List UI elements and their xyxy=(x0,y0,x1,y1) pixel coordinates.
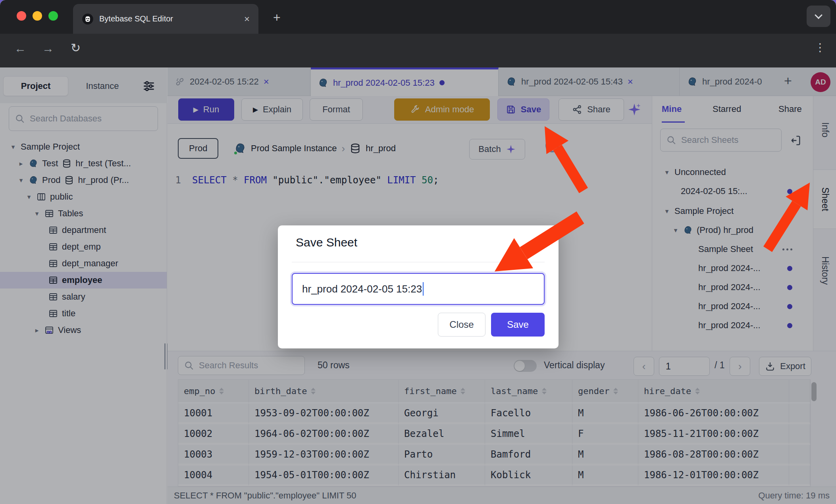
browser-menu-icon[interactable]: ⋮ xyxy=(815,41,826,54)
modal-save-button[interactable]: Save xyxy=(491,313,545,337)
modal-close-icon[interactable]: × xyxy=(537,234,544,249)
text-caret xyxy=(423,282,424,296)
browser-window: Bytebase SQL Editor × + ← → ↻ ⓘ localhos… xyxy=(0,0,836,504)
modal-divider xyxy=(292,262,545,262)
browser-tab-strip: Bytebase SQL Editor × + xyxy=(0,0,836,34)
browser-tab[interactable]: Bytebase SQL Editor × xyxy=(73,4,258,34)
save-sheet-modal: Save Sheet × hr_prod 2024-02-05 15:23 Cl… xyxy=(278,225,559,348)
tab-close-icon[interactable]: × xyxy=(244,13,250,25)
browser-nav-bar: ← → ↻ ⓘ localhost:8080/sql-editor/prod-s… xyxy=(0,34,836,67)
reload-icon[interactable]: ↻ xyxy=(71,41,81,55)
window-minimize-button[interactable] xyxy=(33,11,42,21)
bytebase-app: Project Instance ▾ Sample Project ▸ Test xyxy=(0,67,836,504)
modal-close-button[interactable]: Close xyxy=(438,313,485,337)
screen: Bytebase SQL Editor × + ← → ↻ ⓘ localhos… xyxy=(0,0,836,504)
browser-tab-title: Bytebase SQL Editor xyxy=(99,14,239,23)
back-icon[interactable]: ← xyxy=(14,42,26,55)
tab-search-button[interactable] xyxy=(807,6,830,27)
chevron-down-icon xyxy=(815,11,823,19)
sheet-name-input[interactable]: hr_prod 2024-02-05 15:23 xyxy=(292,273,545,305)
new-tab-icon[interactable]: + xyxy=(273,10,281,25)
window-zoom-button[interactable] xyxy=(48,11,58,21)
window-close-button[interactable] xyxy=(17,11,26,21)
modal-title: Save Sheet xyxy=(296,236,357,249)
bytebase-favicon xyxy=(82,13,94,25)
forward-icon[interactable]: → xyxy=(42,42,54,55)
